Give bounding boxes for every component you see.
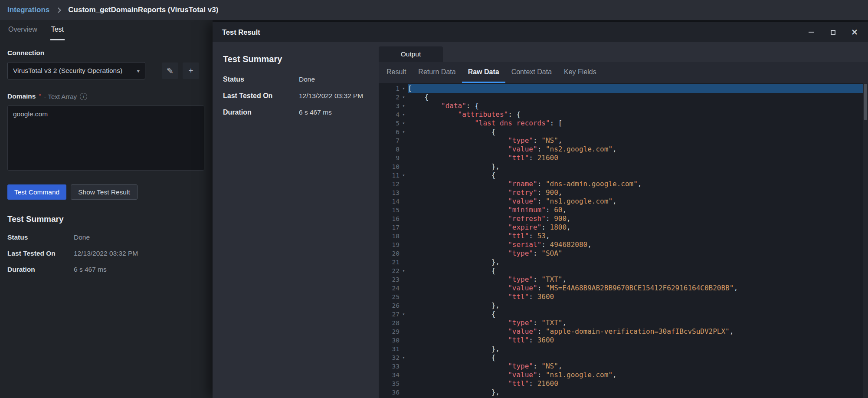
fold-arrow-icon[interactable]: ▾ <box>400 128 408 136</box>
info-icon[interactable]: i <box>80 93 87 100</box>
fold-arrow-icon[interactable]: ▾ <box>400 353 408 362</box>
code-line[interactable]: 26 }, <box>379 301 868 310</box>
tab-overview[interactable]: Overview <box>7 20 38 40</box>
scrollbar-thumb[interactable] <box>864 84 867 120</box>
code-line[interactable]: 13 "retry": 900, <box>379 188 868 197</box>
code-line[interactable]: 30 "ttl": 3600 <box>379 336 868 345</box>
code-line[interactable]: 3▾ "data": { <box>379 102 868 110</box>
code-line[interactable]: 35 "ttl": 21600 <box>379 379 868 388</box>
code-lines: 1▾[2▾ {3▾ "data": {4▾ "attributes": {5▾ … <box>379 84 868 397</box>
code-line[interactable]: 7 "type": "NS", <box>379 136 868 145</box>
tab-test[interactable]: Test <box>50 20 65 40</box>
code-line[interactable]: 28 "type": "TXT", <box>379 319 868 327</box>
line-gutter: 21 <box>379 258 408 266</box>
line-gutter: 8 <box>379 145 408 154</box>
show-test-result-button[interactable]: Show Test Result <box>71 184 137 200</box>
code-line[interactable]: 31 }, <box>379 345 868 353</box>
code-text: "type": "TXT", <box>408 275 868 284</box>
code-line[interactable]: 8 "value": "ns2.google.com", <box>379 145 868 154</box>
subtab-key-fields[interactable]: Key Fields <box>558 62 603 83</box>
code-line[interactable]: 15 "minimum": 60, <box>379 206 868 214</box>
code-line[interactable]: 21 }, <box>379 258 868 266</box>
code-line[interactable]: 5▾ "last_dns_records": [ <box>379 119 868 128</box>
line-number: 20 <box>379 249 400 258</box>
subtab-result[interactable]: Result <box>380 62 412 83</box>
summary-row-value: 6 s 467 ms <box>299 109 332 116</box>
breadcrumb-integrations-link[interactable]: Integrations <box>7 6 49 14</box>
raw-data-code-editor[interactable]: 1▾[2▾ {3▾ "data": {4▾ "attributes": {5▾ … <box>379 83 868 398</box>
code-text: }, <box>408 345 868 353</box>
code-line[interactable]: 36 }, <box>379 388 868 397</box>
maximize-button[interactable] <box>829 28 837 36</box>
edit-connection-button[interactable]: ✎ <box>162 62 178 79</box>
code-text: }, <box>408 258 868 266</box>
subtab-raw-data[interactable]: Raw Data <box>462 62 505 83</box>
line-gutter: 3▾ <box>379 102 408 110</box>
fold-arrow-icon[interactable]: ▾ <box>400 171 408 180</box>
code-text: "ttl": 21600 <box>408 154 868 162</box>
code-line[interactable]: 32▾ { <box>379 353 868 362</box>
summary-row-label: Duration <box>7 266 74 273</box>
code-line[interactable]: 33 "type": "NS", <box>379 362 868 371</box>
code-line[interactable]: 22▾ { <box>379 266 868 275</box>
code-line[interactable]: 9 "ttl": 21600 <box>379 154 868 162</box>
fold-spacer <box>400 232 408 240</box>
code-line[interactable]: 34 "value": "ns1.google.com", <box>379 371 868 379</box>
add-connection-button[interactable]: + <box>183 62 199 79</box>
line-gutter: 27▾ <box>379 310 408 319</box>
code-text: "type": "NS", <box>408 136 868 145</box>
code-line[interactable]: 18 "ttl": 53, <box>379 232 868 240</box>
fold-arrow-icon[interactable]: ▾ <box>400 266 408 275</box>
code-line[interactable]: 25 "ttl": 3600 <box>379 293 868 301</box>
left-panel: Overview Test Connection VirusTotal v3 2… <box>0 20 213 398</box>
line-number: 17 <box>379 223 400 232</box>
modal-test-summary: Test Summary Status Done Last Tested On … <box>213 42 379 398</box>
code-line[interactable]: 11▾ { <box>379 171 868 180</box>
code-line[interactable]: 24 "value": "MS=E4A68B9AB2BB9670BCE15412… <box>379 284 868 293</box>
editor-scrollbar[interactable] <box>863 83 868 398</box>
code-line[interactable]: 10 }, <box>379 162 868 171</box>
subtab-return-data[interactable]: Return Data <box>412 62 462 83</box>
line-number: 27 <box>379 310 400 319</box>
code-line[interactable]: 14 "value": "ns1.google.com", <box>379 197 868 206</box>
code-text: "type": "SOA" <box>408 249 868 258</box>
code-line[interactable]: 16 "refresh": 900, <box>379 214 868 223</box>
fold-spacer <box>400 319 408 327</box>
line-number: 21 <box>379 258 400 266</box>
fold-arrow-icon[interactable]: ▾ <box>400 310 408 319</box>
fold-spacer <box>400 362 408 371</box>
code-line[interactable]: 27▾ { <box>379 310 868 319</box>
code-line[interactable]: 1▾[ <box>379 84 868 93</box>
fold-arrow-icon[interactable]: ▾ <box>400 102 408 110</box>
code-line[interactable]: 2▾ { <box>379 93 868 102</box>
fold-spacer <box>400 154 408 162</box>
line-gutter: 32▾ <box>379 353 408 362</box>
code-line[interactable]: 6▾ { <box>379 128 868 136</box>
code-text: "value": "ns2.google.com", <box>408 145 868 154</box>
code-line[interactable]: 20 "type": "SOA" <box>379 249 868 258</box>
fold-arrow-icon[interactable]: ▾ <box>400 84 408 93</box>
tab-output[interactable]: Output <box>379 46 443 62</box>
code-line[interactable]: 19 "serial": 494682080, <box>379 240 868 249</box>
line-number: 10 <box>379 162 400 171</box>
close-button[interactable]: × <box>851 28 858 36</box>
fold-spacer <box>400 188 408 197</box>
test-command-button[interactable]: Test Command <box>7 184 66 200</box>
code-line[interactable]: 17 "expire": 1800, <box>379 223 868 232</box>
code-line[interactable]: 12 "rname": "dns-admin.google.com", <box>379 180 868 188</box>
domains-input[interactable]: google.com <box>7 105 204 171</box>
code-text: "ttl": 21600 <box>408 379 868 388</box>
fold-arrow-icon[interactable]: ▾ <box>400 93 408 102</box>
fold-arrow-icon[interactable]: ▾ <box>400 110 408 119</box>
subtab-context-data[interactable]: Context Data <box>505 62 558 83</box>
code-line[interactable]: 29 "value": "apple-domain-verification=3… <box>379 327 868 336</box>
fold-arrow-icon[interactable]: ▾ <box>400 119 408 128</box>
line-gutter: 11▾ <box>379 171 408 180</box>
fold-spacer <box>400 223 408 232</box>
code-line[interactable]: 23 "type": "TXT", <box>379 275 868 284</box>
minimize-button[interactable] <box>807 28 815 36</box>
code-line[interactable]: 4▾ "attributes": { <box>379 110 868 119</box>
line-gutter: 7 <box>379 136 408 145</box>
modal-header: Test Result × <box>213 22 868 42</box>
connection-select[interactable]: VirusTotal v3 2 (Security Operations) ▾ <box>7 62 145 79</box>
